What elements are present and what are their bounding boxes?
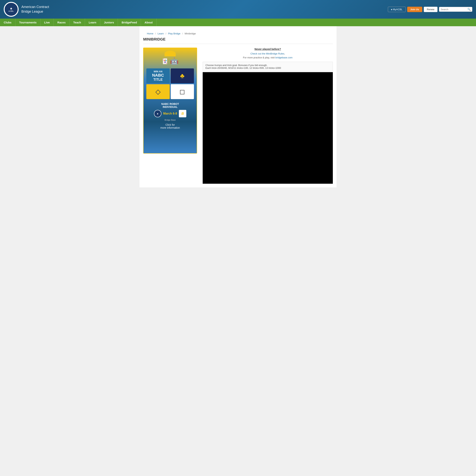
nav-races[interactable]: Races [54,18,69,26]
ad-logo-row: ♠ March 6-8 B [154,110,187,117]
game-info-box: Choose trumps and trick goal. Bonuses if… [203,62,333,71]
ad-bb-logo: B [179,110,186,117]
joinus-button[interactable]: Join Us [407,7,422,12]
search-input[interactable] [441,8,467,11]
renew-button[interactable]: Renew [424,7,438,12]
never-played-title: Never played before? [203,48,333,51]
logo-circle: ♠ ACBL [4,2,18,17]
main-nav: Clubs Tournaments Live Races Teach Learn… [0,18,476,26]
org-name: American Contract Bridge League [21,5,49,14]
ad-click-text: Click for more information [160,123,180,129]
nav-tournaments[interactable]: Tournaments [16,18,41,26]
ad-cell-3: ◇ [146,84,170,99]
content-layout: 🃏 🤖 WIN AN NABC TITLE ♣ ◇ ◻ [143,48,333,184]
logo-inner: ♠ ACBL [5,3,18,16]
game-canvas[interactable] [203,72,333,184]
ad-nabc-robot-label: NABC ROBOT [161,102,179,105]
ad-cell-2: ♣ [171,68,194,83]
header-right: ♠ MyACBL Join Us Renew 🔍 [388,7,472,12]
game-content: Never played before? Check out the MiniB… [203,48,333,184]
ad-decoration [165,51,176,56]
myacbl-button[interactable]: ♠ MyACBL [388,7,406,12]
logo-acbl-text: ACBL [9,10,14,12]
ad-robot-individual: NABC ROBOT INDIVIDUAL [161,102,179,108]
game-info-line1: Choose trumps and trick goal. Bonuses if… [205,64,330,67]
breadcrumb-play-bridge[interactable]: Play Bridge [168,32,180,35]
nav-about[interactable]: About [141,18,156,26]
minibridge-rules-link[interactable]: Check out the MiniBridge Rules [251,52,284,55]
ad-date: March 6-8 [163,112,177,115]
spade-icon: ♠ [10,6,12,10]
main-content: Home / Learn / Play Bridge / Minibridge … [139,26,337,187]
practice-text: For more practice & play, visit bridgeba… [203,56,333,59]
ad-acbl-logo: ♠ [154,110,161,117]
breadcrumb-sep-3: / [182,32,183,35]
nav-bridgefeed[interactable]: BridgeFeed [118,18,141,26]
game-info-line2: Each trick=20/30/40, 9/10/11 tricks=100,… [205,67,330,69]
breadcrumb: Home / Learn / Play Bridge / Minibridge [143,30,333,37]
ad-grid: WIN AN NABC TITLE ♣ ◇ ◻ [146,68,194,99]
ad-nabc-text: NABC [152,73,164,78]
nav-live[interactable]: Live [41,18,54,26]
header: ♠ ACBL American Contract Bridge League ♠… [0,0,476,18]
ad-cell-1: WIN AN NABC TITLE [146,68,170,83]
breadcrumb-home[interactable]: Home [147,32,153,35]
ad-title-text: TITLE [153,78,163,82]
never-played-section: Never played before? Check out the MiniB… [203,48,333,59]
breadcrumb-sep-1: / [155,32,156,35]
ad-cards-area: 🃏 🤖 [162,57,178,65]
nav-teach[interactable]: Teach [69,18,85,26]
search-container: 🔍 [439,7,472,12]
ad-banner[interactable]: 🃏 🤖 WIN AN NABC TITLE ♣ ◇ ◻ [143,48,197,153]
ad-robot-icon: 🤖 [170,57,178,65]
ad-cards-icon: 🃏 [162,58,168,64]
breadcrumb-current: Minibridge [185,32,196,35]
nav-juniors[interactable]: Juniors [100,18,118,26]
bridgebase-link[interactable]: bridgebase.com [275,56,293,59]
sidebar-ad: 🃏 🤖 WIN AN NABC TITLE ♣ ◇ ◻ [143,48,197,153]
nav-clubs[interactable]: Clubs [0,18,16,26]
breadcrumb-sep-2: / [166,32,166,35]
nav-learn[interactable]: Learn [85,18,100,26]
search-icon-button[interactable]: 🔍 [467,8,471,11]
page-title: MINIBRIDGE [143,37,333,44]
ad-cell-4: ◻ [171,84,194,99]
ad-bridge-base-label: Bridge Base [165,119,176,121]
ad-win-text: WIN AN [153,70,162,73]
ad-individual-label: INDIVIDUAL [161,105,179,108]
breadcrumb-learn[interactable]: Learn [158,32,164,35]
header-left: ♠ ACBL American Contract Bridge League [4,2,49,17]
